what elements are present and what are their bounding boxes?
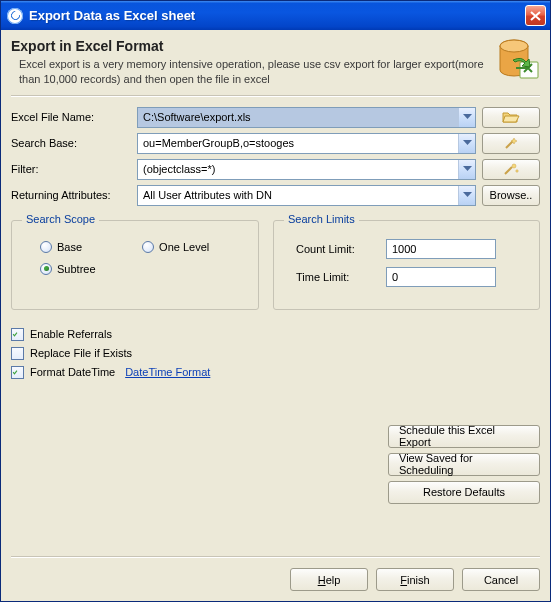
file-name-value: C:\Software\export.xls bbox=[138, 108, 458, 127]
replace-file-label: Replace File if Exists bbox=[30, 347, 132, 359]
file-browse-button[interactable] bbox=[482, 107, 540, 128]
search-scope-legend: Search Scope bbox=[22, 213, 99, 225]
returning-attrs-value: All User Attributes with DN bbox=[138, 186, 458, 205]
search-limits-legend: Search Limits bbox=[284, 213, 359, 225]
search-base-combo[interactable]: ou=MemberGroupB,o=stooges bbox=[137, 133, 476, 154]
finish-label-u: F bbox=[400, 574, 407, 586]
form-grid: Excel File Name: C:\Software\export.xls … bbox=[11, 107, 540, 206]
header: Export in Excel Format Excel export is a… bbox=[11, 38, 540, 87]
radio-subtree-label: Subtree bbox=[57, 263, 96, 275]
chevron-down-icon[interactable] bbox=[458, 160, 475, 179]
database-export-icon bbox=[496, 38, 540, 82]
chevron-down-icon[interactable] bbox=[458, 134, 475, 153]
footer-divider bbox=[11, 556, 540, 558]
help-label-rest: elp bbox=[326, 574, 341, 586]
radio-dot-icon bbox=[40, 263, 52, 275]
header-text: Export in Excel Format Excel export is a… bbox=[11, 38, 484, 87]
radio-base-label: Base bbox=[57, 241, 82, 253]
time-limit-label: Time Limit: bbox=[296, 271, 386, 283]
radio-subtree[interactable]: Subtree bbox=[40, 263, 96, 275]
window-title: Export Data as Excel sheet bbox=[29, 8, 525, 23]
search-limits-group: Search Limits Count Limit: Time Limit: bbox=[273, 220, 540, 310]
file-name-label: Excel File Name: bbox=[11, 111, 131, 123]
footer-buttons: Help Finish Cancel bbox=[11, 568, 540, 591]
options: Enable Referrals Replace File if Exists … bbox=[11, 328, 540, 379]
filter-wand-icon bbox=[502, 162, 520, 176]
finish-label-rest: inish bbox=[407, 574, 430, 586]
app-icon bbox=[7, 8, 23, 24]
time-limit-input[interactable] bbox=[386, 267, 496, 287]
client-area: Export in Excel Format Excel export is a… bbox=[1, 30, 550, 601]
wand-icon bbox=[502, 136, 520, 150]
radio-dot-icon bbox=[142, 241, 154, 253]
radio-one-level-label: One Level bbox=[159, 241, 209, 253]
groups-row: Search Scope Base One Level Subtree bbox=[11, 220, 540, 310]
right-button-stack: Schedule this Excel Export View Saved fo… bbox=[388, 425, 540, 504]
view-saved-button[interactable]: View Saved for Scheduling bbox=[388, 453, 540, 476]
search-scope-group: Search Scope Base One Level Subtree bbox=[11, 220, 259, 310]
chevron-down-icon[interactable] bbox=[458, 186, 475, 205]
search-base-value: ou=MemberGroupB,o=stooges bbox=[138, 134, 458, 153]
folder-open-icon bbox=[502, 110, 520, 124]
close-icon bbox=[530, 11, 541, 21]
datetime-format-link[interactable]: DateTime Format bbox=[125, 366, 210, 378]
close-button[interactable] bbox=[525, 5, 546, 26]
help-button[interactable]: Help bbox=[290, 568, 368, 591]
format-datetime-label: Format DateTime bbox=[30, 366, 115, 378]
radio-dot-icon bbox=[40, 241, 52, 253]
page-heading: Export in Excel Format bbox=[11, 38, 484, 54]
checkbox-enable-referrals[interactable]: Enable Referrals bbox=[11, 328, 540, 341]
schedule-export-button[interactable]: Schedule this Excel Export bbox=[388, 425, 540, 448]
search-base-pick-button[interactable] bbox=[482, 133, 540, 154]
filter-edit-button[interactable] bbox=[482, 159, 540, 180]
filter-label: Filter: bbox=[11, 163, 131, 175]
radio-base[interactable]: Base bbox=[40, 241, 82, 253]
checkbox-format-datetime[interactable]: Format DateTime DateTime Format bbox=[11, 366, 540, 379]
help-label-u: H bbox=[318, 574, 326, 586]
title-bar: Export Data as Excel sheet bbox=[1, 1, 550, 30]
count-limit-input[interactable] bbox=[386, 239, 496, 259]
divider bbox=[11, 95, 540, 97]
finish-button[interactable]: Finish bbox=[376, 568, 454, 591]
chevron-down-icon[interactable] bbox=[458, 108, 475, 127]
file-name-combo[interactable]: C:\Software\export.xls bbox=[137, 107, 476, 128]
checkbox-icon bbox=[11, 366, 24, 379]
checkbox-replace-file[interactable]: Replace File if Exists bbox=[11, 347, 540, 360]
enable-referrals-label: Enable Referrals bbox=[30, 328, 112, 340]
svg-point-4 bbox=[516, 170, 518, 172]
count-limit-label: Count Limit: bbox=[296, 243, 386, 255]
checkbox-icon bbox=[11, 347, 24, 360]
attrs-browse-button[interactable]: Browse.. bbox=[482, 185, 540, 206]
cancel-button[interactable]: Cancel bbox=[462, 568, 540, 591]
radio-one-level[interactable]: One Level bbox=[142, 241, 209, 253]
svg-point-1 bbox=[500, 40, 528, 52]
dialog-window: Export Data as Excel sheet Export in Exc… bbox=[0, 0, 551, 602]
returning-attrs-label: Returning Attributes: bbox=[11, 189, 131, 201]
filter-value: (objectclass=*) bbox=[138, 160, 458, 179]
restore-defaults-button[interactable]: Restore Defaults bbox=[388, 481, 540, 504]
returning-attrs-combo[interactable]: All User Attributes with DN bbox=[137, 185, 476, 206]
checkbox-icon bbox=[11, 328, 24, 341]
filter-combo[interactable]: (objectclass=*) bbox=[137, 159, 476, 180]
svg-point-3 bbox=[512, 164, 516, 168]
page-description: Excel export is a very memory intensive … bbox=[11, 57, 484, 87]
search-base-label: Search Base: bbox=[11, 137, 131, 149]
